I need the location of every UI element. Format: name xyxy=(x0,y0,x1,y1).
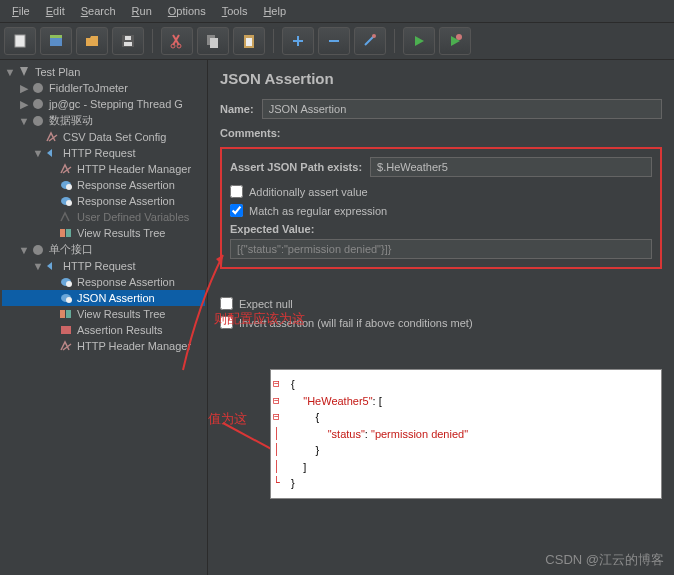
tree-item[interactable]: ▼HTTP Request xyxy=(2,145,205,161)
menu-help[interactable]: Help xyxy=(255,2,294,20)
svg-point-13 xyxy=(456,34,462,40)
highlighted-config: Assert JSON Path exists: Additionally as… xyxy=(220,147,662,269)
menu-file[interactable]: File xyxy=(4,2,38,20)
chk-expect-null[interactable] xyxy=(220,297,233,310)
svg-rect-22 xyxy=(66,229,71,237)
tree-item[interactable]: ▶FiddlerToJmeter xyxy=(2,80,205,96)
annotation-2: 值为这 xyxy=(208,410,247,428)
chk-match[interactable] xyxy=(230,204,243,217)
collapse-button[interactable] xyxy=(318,27,350,55)
svg-point-12 xyxy=(372,34,376,38)
tree-item-selected[interactable]: JSON Assertion xyxy=(2,290,205,306)
menu-edit[interactable]: Edit xyxy=(38,2,73,20)
annotation-1: 则配置应该为这 xyxy=(214,310,305,328)
svg-point-27 xyxy=(66,297,72,303)
start-no-pause-button[interactable] xyxy=(439,27,471,55)
templates-button[interactable] xyxy=(40,27,72,55)
svg-point-14 xyxy=(33,83,43,93)
svg-rect-11 xyxy=(246,38,252,46)
svg-rect-29 xyxy=(66,310,71,318)
svg-rect-30 xyxy=(61,326,71,334)
chk-additional[interactable] xyxy=(230,185,243,198)
watermark: CSDN @江云的博客 xyxy=(545,551,664,569)
expand-button[interactable] xyxy=(282,27,314,55)
tree-item[interactable]: Response Assertion xyxy=(2,193,205,209)
svg-point-15 xyxy=(33,99,43,109)
paste-button[interactable] xyxy=(233,27,265,55)
tree-item[interactable]: HTTP Header Manager xyxy=(2,161,205,177)
assert-path-label: Assert JSON Path exists: xyxy=(230,161,362,173)
svg-rect-4 xyxy=(124,42,132,46)
svg-rect-9 xyxy=(210,38,218,48)
svg-point-16 xyxy=(33,116,43,126)
tree-item[interactable]: ▶jp@gc - Stepping Thread G xyxy=(2,96,205,112)
copy-button[interactable] xyxy=(197,27,229,55)
panel-title: JSON Assertion xyxy=(220,70,662,87)
expected-input[interactable] xyxy=(230,239,652,259)
tree-item[interactable]: Response Assertion xyxy=(2,177,205,193)
svg-point-20 xyxy=(66,200,72,206)
tree-item[interactable]: User Defined Variables xyxy=(2,209,205,225)
expected-label: Expected Value: xyxy=(230,223,652,235)
new-button[interactable] xyxy=(4,27,36,55)
svg-rect-1 xyxy=(50,37,62,46)
svg-rect-5 xyxy=(125,36,131,40)
tree-item[interactable]: Response Assertion xyxy=(2,274,205,290)
svg-rect-0 xyxy=(15,35,25,47)
tree-item[interactable]: CSV Data Set Config xyxy=(2,129,205,145)
toolbar xyxy=(0,23,674,60)
tree-root[interactable]: ▼Test Plan xyxy=(2,64,205,80)
tree-panel: ▼Test Plan ▶FiddlerToJmeter ▶jp@gc - Ste… xyxy=(0,60,208,575)
assert-path-input[interactable] xyxy=(370,157,652,177)
svg-rect-2 xyxy=(50,35,62,38)
start-button[interactable] xyxy=(403,27,435,55)
svg-point-23 xyxy=(33,245,43,255)
comments-label: Comments: xyxy=(220,127,281,139)
svg-rect-21 xyxy=(60,229,65,237)
open-button[interactable] xyxy=(76,27,108,55)
cut-button[interactable] xyxy=(161,27,193,55)
tree-item[interactable]: HTTP Header Manager xyxy=(2,338,205,354)
tree-item[interactable]: ▼单个接口 xyxy=(2,241,205,258)
menu-tools[interactable]: Tools xyxy=(214,2,256,20)
tree-item[interactable]: View Results Tree xyxy=(2,225,205,241)
svg-point-18 xyxy=(66,184,72,190)
svg-rect-28 xyxy=(60,310,65,318)
tree-item[interactable]: View Results Tree xyxy=(2,306,205,322)
name-input[interactable] xyxy=(262,99,662,119)
tree-item[interactable]: ▼数据驱动 xyxy=(2,112,205,129)
menu-options[interactable]: Options xyxy=(160,2,214,20)
menu-bar: File Edit Search Run Options Tools Help xyxy=(0,0,674,23)
name-label: Name: xyxy=(220,103,254,115)
save-button[interactable] xyxy=(112,27,144,55)
content-panel: JSON Assertion Name: Comments: Assert JS… xyxy=(208,60,674,575)
svg-point-25 xyxy=(66,281,72,287)
menu-search[interactable]: Search xyxy=(73,2,124,20)
chk-additional-label: Additionally assert value xyxy=(249,186,368,198)
chk-match-label: Match as regular expression xyxy=(249,205,387,217)
json-preview: ⊟⊟⊟│││└ { "HeWeather5": [ { "status": "p… xyxy=(270,369,662,499)
tree-item[interactable]: ▼HTTP Request xyxy=(2,258,205,274)
tree-item[interactable]: Assertion Results xyxy=(2,322,205,338)
menu-run[interactable]: Run xyxy=(124,2,160,20)
toggle-button[interactable] xyxy=(354,27,386,55)
chk-expect-null-label: Expect null xyxy=(239,298,293,310)
